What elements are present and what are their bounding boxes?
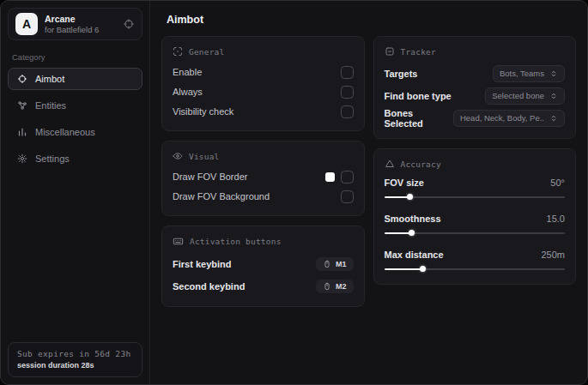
- visual-card-header: Visual: [173, 151, 354, 161]
- setting-row: Enable: [173, 63, 354, 81]
- sidebar-item-aimbot[interactable]: Aimbot: [8, 68, 142, 90]
- setting-value: 50°: [550, 177, 565, 188]
- fov-size-setting: FOV size 50°: [385, 175, 566, 201]
- second-keybind-button[interactable]: M2: [316, 280, 354, 293]
- max-distance-slider[interactable]: [385, 265, 566, 273]
- max-distance-setting: Max distance 250m: [385, 247, 566, 273]
- targets-select[interactable]: Bots, Teams: [493, 65, 565, 82]
- general-card-header: General: [173, 46, 354, 57]
- mouse-icon: [323, 282, 331, 291]
- card-title: General: [189, 47, 224, 57]
- select-value: Head, Neck, Body, Pe..: [460, 113, 544, 123]
- chevrons-up-down-icon: [549, 114, 558, 123]
- setting-label: Second keybind: [173, 281, 245, 292]
- crosshair-icon[interactable]: [123, 18, 135, 30]
- slider-thumb[interactable]: [407, 194, 413, 200]
- left-column: General Enable Always Visibility check: [161, 36, 365, 316]
- activation-card-header: Activation buttons: [173, 236, 354, 247]
- sub-expiry-text: Sub expires in 56d 23h: [17, 349, 133, 358]
- slider-thumb[interactable]: [420, 266, 426, 272]
- setting-label: Bones Selected: [385, 108, 453, 129]
- fov-border-color-swatch[interactable]: [325, 172, 335, 182]
- setting-row: Find bone type Selected bone: [385, 85, 566, 106]
- setting-label: Enable: [173, 67, 202, 77]
- select-value: Bots, Teams: [500, 69, 544, 78]
- sidebar-item-miscellaneous[interactable]: Miscellaneous: [8, 121, 142, 143]
- sidebar-item-label: Miscellaneous: [35, 127, 95, 137]
- card-title: Accuracy: [401, 159, 441, 169]
- enable-checkbox[interactable]: [341, 66, 354, 79]
- setting-row: Bones Selected Head, Neck, Body, Pe..: [385, 107, 566, 129]
- sidebar-item-label: Aimbot: [35, 74, 64, 84]
- page-title: Aimbot: [161, 10, 576, 36]
- setting-label: Draw FOV Border: [173, 171, 247, 182]
- visibility-check-checkbox[interactable]: [341, 105, 354, 118]
- app-name: Arcane: [45, 14, 116, 25]
- card-title: Visual: [189, 152, 220, 161]
- tracker-card-header: Tracker: [385, 46, 566, 57]
- focus-icon: [173, 46, 183, 57]
- find-bone-type-select[interactable]: Selected bone: [485, 87, 565, 105]
- draw-fov-background-checkbox[interactable]: [341, 190, 354, 203]
- triangle-icon: [385, 159, 395, 169]
- keybind-value: M1: [336, 260, 347, 268]
- setting-label: Visibility check: [173, 106, 233, 117]
- accuracy-card: Accuracy FOV size 50°: [373, 148, 577, 285]
- setting-value: 250m: [541, 250, 565, 260]
- first-keybind-button[interactable]: M1: [316, 257, 354, 271]
- setting-row: Visibility check: [173, 102, 354, 121]
- app-logo: A: [15, 13, 38, 35]
- keybind-value: M2: [336, 282, 347, 291]
- setting-label: FOV size: [385, 177, 424, 188]
- setting-value: 15.0: [547, 214, 565, 224]
- card-title: Activation buttons: [190, 237, 282, 246]
- sidebar: A Arcane for Battlefield 6 Category: [1, 1, 150, 384]
- main-content: Aimbot General: [150, 1, 587, 384]
- sidebar-spacer: [8, 170, 142, 342]
- right-column: Tracker Targets Bots, Teams: [373, 36, 577, 294]
- sidebar-item-label: Entities: [35, 100, 66, 111]
- gear-icon: [17, 153, 27, 164]
- sidebar-item-settings[interactable]: Settings: [8, 147, 142, 170]
- fov-size-slider[interactable]: [385, 193, 566, 201]
- setting-row: First keybind M1: [173, 253, 354, 274]
- setting-label: Max distance: [385, 250, 444, 260]
- slider-fill: [385, 196, 409, 199]
- card-title: Tracker: [401, 47, 436, 57]
- chevrons-up-down-icon: [549, 69, 558, 78]
- subscription-status: Sub expires in 56d 23h session duration …: [8, 342, 142, 377]
- mouse-icon: [323, 260, 331, 268]
- app-subtitle: for Battlefield 6: [45, 25, 116, 35]
- setting-label: Draw FOV Background: [173, 191, 270, 202]
- keyboard-icon: [173, 236, 184, 247]
- setting-row: Draw FOV Background: [173, 187, 354, 206]
- app-header: A Arcane for Battlefield 6: [8, 8, 142, 40]
- setting-row: Always: [173, 82, 354, 101]
- app-logo-letter: A: [22, 17, 31, 31]
- setting-label: Find bone type: [385, 91, 452, 101]
- tracker-card: Tracker Targets Bots, Teams: [373, 36, 577, 139]
- always-checkbox[interactable]: [341, 86, 354, 99]
- chevrons-up-down-icon: [549, 92, 558, 100]
- smoothness-setting: Smoothness 15.0: [385, 211, 566, 237]
- accuracy-card-header: Accuracy: [385, 159, 566, 169]
- setting-row: Draw FOV Border: [173, 167, 354, 186]
- smoothness-slider[interactable]: [385, 229, 566, 237]
- bones-selected-select[interactable]: Head, Neck, Body, Pe..: [453, 110, 565, 127]
- crosshair-icon: [17, 74, 27, 84]
- select-value: Selected bone: [492, 91, 544, 100]
- sidebar-item-entities[interactable]: Entities: [8, 94, 142, 117]
- setting-row: Second keybind M2: [173, 275, 354, 297]
- eye-icon: [173, 151, 183, 161]
- setting-label: First keybind: [173, 259, 231, 269]
- bars-icon: [17, 127, 27, 137]
- visual-card: Visual Draw FOV Border Draw FOV Backgrou…: [161, 141, 365, 216]
- setting-label: Targets: [385, 69, 418, 79]
- square-minus-icon: [385, 46, 395, 57]
- draw-fov-border-checkbox[interactable]: [341, 171, 354, 183]
- app-meta: Arcane for Battlefield 6: [45, 14, 116, 35]
- sidebar-nav: Aimbot Entities Miscellaneous: [8, 68, 142, 170]
- slider-thumb[interactable]: [409, 230, 415, 236]
- entities-icon: [17, 100, 27, 111]
- category-label: Category: [12, 52, 139, 62]
